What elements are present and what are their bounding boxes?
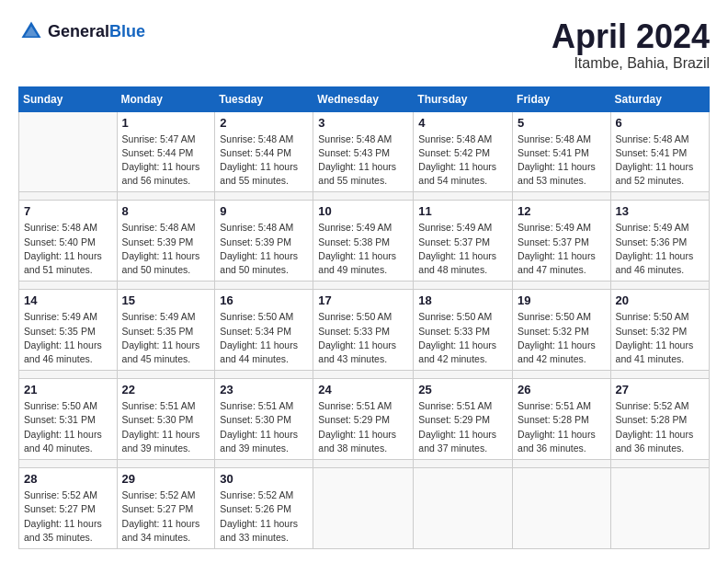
day-info: Sunrise: 5:48 AM Sunset: 5:39 PM Dayligh… — [220, 221, 308, 277]
week-separator — [19, 192, 710, 201]
day-info: Sunrise: 5:52 AM Sunset: 5:26 PM Dayligh… — [220, 488, 308, 545]
calendar-cell — [513, 468, 611, 549]
day-number: 19 — [518, 293, 606, 307]
day-number: 18 — [418, 293, 507, 307]
calendar-cell: 13Sunrise: 5:49 AM Sunset: 5:36 PM Dayli… — [610, 201, 709, 282]
calendar-cell: 23Sunrise: 5:51 AM Sunset: 5:30 PM Dayli… — [215, 379, 313, 460]
calendar-header-row: SundayMondayTuesdayWednesdayThursdayFrid… — [19, 86, 710, 111]
location-title: Itambe, Bahia, Brazil — [552, 55, 710, 72]
calendar-cell: 28Sunrise: 5:52 AM Sunset: 5:27 PM Dayli… — [19, 468, 118, 549]
calendar-cell: 9Sunrise: 5:48 AM Sunset: 5:39 PM Daylig… — [215, 201, 313, 282]
day-info: Sunrise: 5:52 AM Sunset: 5:27 PM Dayligh… — [122, 488, 210, 545]
day-number: 11 — [418, 204, 507, 218]
calendar-cell: 19Sunrise: 5:50 AM Sunset: 5:32 PM Dayli… — [513, 290, 611, 371]
week-row-5: 28Sunrise: 5:52 AM Sunset: 5:27 PM Dayli… — [19, 468, 710, 549]
calendar-cell: 18Sunrise: 5:50 AM Sunset: 5:33 PM Dayli… — [414, 290, 513, 371]
day-number: 21 — [24, 383, 112, 396]
week-separator — [19, 282, 710, 290]
calendar-cell: 30Sunrise: 5:52 AM Sunset: 5:26 PM Dayli… — [215, 468, 313, 549]
day-info: Sunrise: 5:50 AM Sunset: 5:32 PM Dayligh… — [518, 310, 606, 366]
day-info: Sunrise: 5:49 AM Sunset: 5:35 PM Dayligh… — [122, 310, 210, 366]
day-number: 16 — [220, 293, 308, 307]
day-info: Sunrise: 5:51 AM Sunset: 5:30 PM Dayligh… — [122, 399, 210, 455]
day-info: Sunrise: 5:50 AM Sunset: 5:31 PM Dayligh… — [24, 399, 112, 455]
calendar-cell: 27Sunrise: 5:52 AM Sunset: 5:28 PM Dayli… — [610, 379, 709, 460]
day-number: 27 — [616, 383, 704, 396]
calendar-cell: 12Sunrise: 5:49 AM Sunset: 5:37 PM Dayli… — [513, 201, 611, 282]
calendar-cell: 1Sunrise: 5:47 AM Sunset: 5:44 PM Daylig… — [117, 111, 215, 192]
day-info: Sunrise: 5:52 AM Sunset: 5:27 PM Dayligh… — [24, 488, 112, 545]
day-info: Sunrise: 5:48 AM Sunset: 5:41 PM Dayligh… — [616, 132, 704, 189]
day-number: 2 — [220, 116, 308, 130]
calendar-cell: 24Sunrise: 5:51 AM Sunset: 5:29 PM Dayli… — [313, 379, 414, 460]
day-number: 23 — [220, 383, 308, 396]
calendar-cell: 6Sunrise: 5:48 AM Sunset: 5:41 PM Daylig… — [610, 111, 709, 192]
day-number: 4 — [418, 116, 507, 130]
day-number: 22 — [122, 383, 210, 396]
calendar-cell: 8Sunrise: 5:48 AM Sunset: 5:39 PM Daylig… — [117, 201, 215, 282]
calendar-cell: 4Sunrise: 5:48 AM Sunset: 5:42 PM Daylig… — [414, 111, 513, 192]
day-info: Sunrise: 5:49 AM Sunset: 5:38 PM Dayligh… — [318, 221, 408, 277]
month-title: April 2024 — [552, 18, 710, 55]
logo-icon — [18, 18, 44, 44]
day-info: Sunrise: 5:48 AM Sunset: 5:39 PM Dayligh… — [122, 221, 210, 277]
day-number: 12 — [518, 204, 606, 218]
day-info: Sunrise: 5:52 AM Sunset: 5:28 PM Dayligh… — [616, 399, 704, 455]
day-number: 17 — [318, 293, 408, 307]
logo: GeneralBlue — [18, 18, 145, 44]
header-day-friday: Friday — [513, 86, 611, 111]
header-day-saturday: Saturday — [610, 86, 709, 111]
day-info: Sunrise: 5:49 AM Sunset: 5:36 PM Dayligh… — [616, 221, 704, 277]
title-block: April 2024 Itambe, Bahia, Brazil — [552, 18, 710, 72]
day-number: 25 — [418, 383, 507, 396]
day-number: 5 — [518, 116, 606, 130]
day-number: 8 — [122, 204, 210, 218]
week-separator — [19, 371, 710, 379]
calendar-cell: 17Sunrise: 5:50 AM Sunset: 5:33 PM Dayli… — [313, 290, 414, 371]
day-number: 1 — [122, 116, 210, 130]
day-number: 7 — [24, 204, 112, 218]
day-number: 9 — [220, 204, 308, 218]
day-number: 20 — [616, 293, 704, 307]
day-number: 24 — [318, 383, 408, 396]
day-number: 14 — [24, 293, 112, 307]
day-info: Sunrise: 5:48 AM Sunset: 5:43 PM Dayligh… — [318, 132, 408, 189]
day-info: Sunrise: 5:49 AM Sunset: 5:37 PM Dayligh… — [518, 221, 606, 277]
calendar-cell: 21Sunrise: 5:50 AM Sunset: 5:31 PM Dayli… — [19, 379, 118, 460]
day-info: Sunrise: 5:48 AM Sunset: 5:42 PM Dayligh… — [418, 132, 507, 189]
day-info: Sunrise: 5:49 AM Sunset: 5:35 PM Dayligh… — [24, 310, 112, 366]
day-info: Sunrise: 5:50 AM Sunset: 5:34 PM Dayligh… — [220, 310, 308, 366]
day-info: Sunrise: 5:50 AM Sunset: 5:33 PM Dayligh… — [318, 310, 408, 366]
header-day-thursday: Thursday — [414, 86, 513, 111]
header-day-tuesday: Tuesday — [215, 86, 313, 111]
day-number: 13 — [616, 204, 704, 218]
day-info: Sunrise: 5:49 AM Sunset: 5:37 PM Dayligh… — [418, 221, 507, 277]
logo-text-general: General — [48, 22, 109, 40]
calendar-cell: 20Sunrise: 5:50 AM Sunset: 5:32 PM Dayli… — [610, 290, 709, 371]
calendar-cell — [19, 111, 118, 192]
day-info: Sunrise: 5:50 AM Sunset: 5:32 PM Dayligh… — [616, 310, 704, 366]
week-separator — [19, 460, 710, 468]
day-number: 26 — [518, 383, 606, 396]
week-row-2: 7Sunrise: 5:48 AM Sunset: 5:40 PM Daylig… — [19, 201, 710, 282]
week-row-4: 21Sunrise: 5:50 AM Sunset: 5:31 PM Dayli… — [19, 379, 710, 460]
header-day-sunday: Sunday — [19, 86, 118, 111]
day-info: Sunrise: 5:48 AM Sunset: 5:40 PM Dayligh… — [24, 221, 112, 277]
logo-text-blue: Blue — [109, 22, 145, 40]
calendar-cell: 16Sunrise: 5:50 AM Sunset: 5:34 PM Dayli… — [215, 290, 313, 371]
week-row-1: 1Sunrise: 5:47 AM Sunset: 5:44 PM Daylig… — [19, 111, 710, 192]
calendar-cell: 10Sunrise: 5:49 AM Sunset: 5:38 PM Dayli… — [313, 201, 414, 282]
day-info: Sunrise: 5:48 AM Sunset: 5:41 PM Dayligh… — [518, 132, 606, 189]
calendar-cell — [610, 468, 709, 549]
calendar-cell: 25Sunrise: 5:51 AM Sunset: 5:29 PM Dayli… — [414, 379, 513, 460]
calendar-cell — [414, 468, 513, 549]
day-info: Sunrise: 5:51 AM Sunset: 5:29 PM Dayligh… — [318, 399, 408, 455]
page-header: GeneralBlue April 2024 Itambe, Bahia, Br… — [18, 18, 710, 72]
calendar-cell: 3Sunrise: 5:48 AM Sunset: 5:43 PM Daylig… — [313, 111, 414, 192]
calendar-cell: 11Sunrise: 5:49 AM Sunset: 5:37 PM Dayli… — [414, 201, 513, 282]
day-info: Sunrise: 5:51 AM Sunset: 5:30 PM Dayligh… — [220, 399, 308, 455]
day-info: Sunrise: 5:51 AM Sunset: 5:28 PM Dayligh… — [518, 399, 606, 455]
calendar-cell: 14Sunrise: 5:49 AM Sunset: 5:35 PM Dayli… — [19, 290, 118, 371]
week-row-3: 14Sunrise: 5:49 AM Sunset: 5:35 PM Dayli… — [19, 290, 710, 371]
calendar-cell: 26Sunrise: 5:51 AM Sunset: 5:28 PM Dayli… — [513, 379, 611, 460]
